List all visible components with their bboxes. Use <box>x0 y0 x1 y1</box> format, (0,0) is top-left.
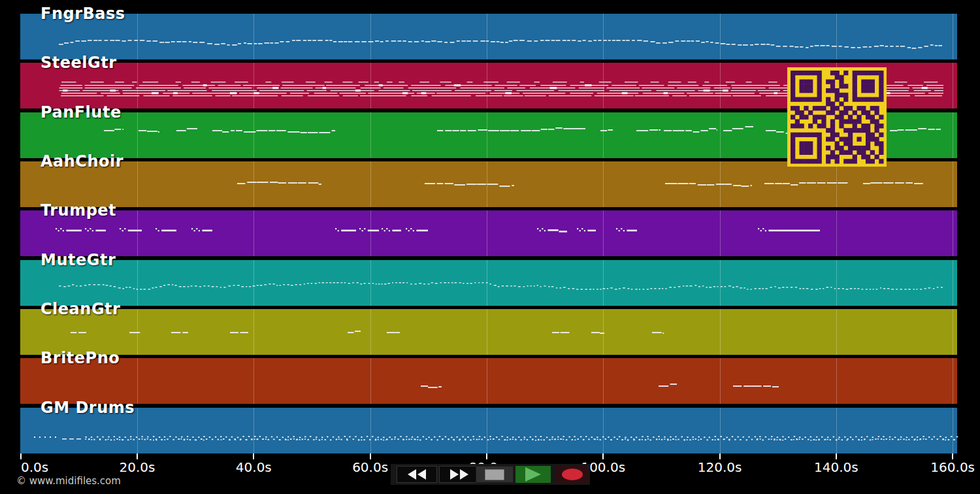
axis-label: 160.0s <box>930 459 975 475</box>
timeline-gridline <box>953 358 953 404</box>
timeline-gridline <box>487 210 487 256</box>
axis-label: 20.0s <box>120 459 155 475</box>
timeline-gridline <box>603 210 604 256</box>
timeline-gridline <box>836 358 837 404</box>
track-band-mutegtr: MuteGtr <box>20 260 957 306</box>
timeline-gridline <box>253 358 254 404</box>
timeline-gridline <box>603 358 604 404</box>
timeline-gridline <box>720 210 721 256</box>
track-label: CleanGtr <box>41 300 120 318</box>
timeline-gridline <box>603 309 604 355</box>
axis-label: 120.0s <box>698 459 742 475</box>
timeline-gridline <box>836 161 837 207</box>
axis-tick <box>602 453 604 459</box>
axis-tick <box>253 453 254 459</box>
timeline-gridline <box>953 210 953 256</box>
timeline-gridline <box>487 63 487 108</box>
timeline-gridline <box>603 63 604 108</box>
timeline-gridline <box>953 161 953 207</box>
track-band-gmdrums: GM Drums <box>20 408 957 453</box>
track-band-fngrbass: FngrBass <box>20 14 957 59</box>
timeline-gridline <box>487 14 487 59</box>
track-band-aahchoir: AahChoir <box>20 161 957 207</box>
track-label: FngrBass <box>41 5 125 23</box>
track-label: GM Drums <box>41 399 135 417</box>
timeline-gridline <box>137 14 138 59</box>
timeline-gridline <box>953 63 953 108</box>
timeline-gridline <box>720 161 721 207</box>
timeline-gridline <box>603 260 604 306</box>
timeline-gridline <box>137 161 138 207</box>
axis-tick <box>952 453 953 459</box>
timeline-gridline <box>487 309 487 355</box>
timeline-gridline <box>253 309 254 355</box>
track-label: BritePno <box>41 349 120 367</box>
timeline-gridline <box>953 260 953 306</box>
axis-tick <box>137 453 138 459</box>
timeline-gridline <box>253 408 254 453</box>
axis-label: 40.0s <box>236 459 272 475</box>
timeline-gridline <box>836 210 837 256</box>
timeline-gridline <box>953 112 953 158</box>
timeline-gridline <box>370 63 371 108</box>
axis-tick <box>370 453 371 459</box>
track-label: PanFlute <box>41 103 122 122</box>
timeline-gridline <box>253 161 254 207</box>
rewind-icon <box>408 469 416 480</box>
timeline-gridline <box>720 260 721 306</box>
timeline-gridline <box>953 309 953 355</box>
timeline-gridline <box>603 408 604 453</box>
timeline-gridline <box>137 358 138 404</box>
track-band-trumpet: Trumpet <box>20 210 957 256</box>
timeline-gridline <box>720 309 721 355</box>
timeline-gridline <box>720 358 721 404</box>
axis-tick <box>719 453 721 459</box>
timeline-gridline <box>836 408 837 453</box>
track-band-panflute: PanFlute <box>20 112 957 158</box>
timeline-gridline <box>370 14 371 59</box>
play-button[interactable] <box>515 466 551 483</box>
timeline-gridline <box>603 112 604 158</box>
timeline-gridline <box>487 358 487 404</box>
timeline-gridline <box>487 408 487 453</box>
rewind-button[interactable] <box>397 466 437 483</box>
timeline-gridline <box>953 14 953 59</box>
timeline-gridline <box>137 260 138 306</box>
timeline-gridline <box>603 161 604 207</box>
timeline-gridline <box>253 260 254 306</box>
axis-tick <box>486 453 487 459</box>
timeline-gridline <box>137 63 138 108</box>
timeline-gridline <box>953 408 953 453</box>
track-label: SteelGtr <box>41 54 117 72</box>
timeline-gridline <box>487 161 487 207</box>
fast-forward-button[interactable] <box>439 466 480 483</box>
track-label: Trumpet <box>41 201 116 220</box>
axis-tick <box>20 453 22 459</box>
copyright-text: © www.midifiles.com <box>16 475 121 487</box>
timeline-gridline <box>487 112 487 158</box>
timeline-gridline <box>720 63 721 108</box>
track-label: MuteGtr <box>41 251 116 269</box>
timeline-gridline <box>603 14 604 59</box>
play-icon <box>525 467 541 482</box>
stop-icon <box>485 469 504 480</box>
timeline-gridline <box>137 408 138 453</box>
timeline-gridline <box>253 112 254 158</box>
timeline-gridline <box>253 210 254 256</box>
transport-bar <box>391 464 590 485</box>
timeline-gridline <box>370 358 371 404</box>
axis-label: 140.0s <box>814 459 858 475</box>
timeline-gridline <box>137 309 138 355</box>
record-button[interactable] <box>555 466 589 483</box>
axis-label: 60.0s <box>352 459 388 475</box>
timeline-gridline <box>370 260 371 306</box>
track-label: AahChoir <box>41 152 123 171</box>
timeline-gridline <box>370 210 371 256</box>
timeline-gridline <box>836 309 837 355</box>
timeline-gridline <box>720 112 721 158</box>
timeline-gridline <box>487 260 487 306</box>
rewind-icon <box>417 469 426 480</box>
timeline-gridline <box>720 408 721 453</box>
stop-button[interactable] <box>476 466 514 483</box>
axis-label: 0.0s <box>21 459 48 475</box>
